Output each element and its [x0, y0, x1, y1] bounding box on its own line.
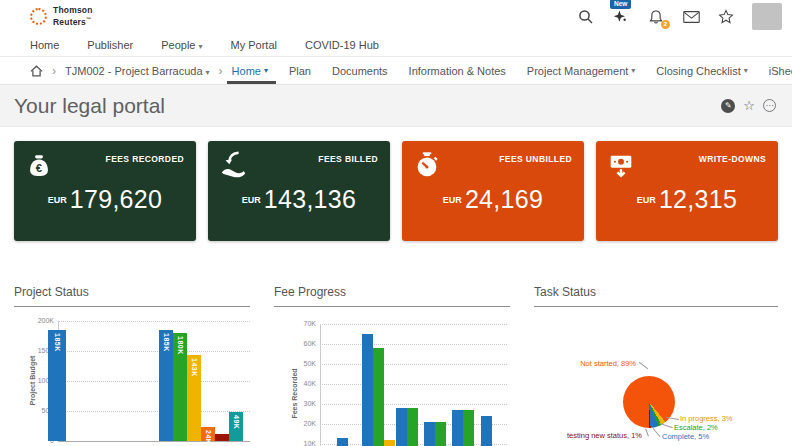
- bar: [396, 408, 407, 446]
- active-tab-underline: [227, 81, 276, 84]
- chevron-down-icon: ▾: [206, 68, 210, 77]
- chevron-down-icon: ▾: [198, 42, 202, 51]
- tab-project-management[interactable]: Project Management▾: [527, 57, 636, 84]
- bar: [215, 434, 229, 441]
- kpi-value: EUR12,315: [596, 185, 778, 214]
- pie-slice-label: Complete, 5%: [662, 432, 709, 441]
- kpi-value: EUR143,136: [208, 185, 390, 214]
- gridline: [58, 351, 250, 352]
- y-axis-title: Fees Recorded: [291, 354, 298, 434]
- gridline: [320, 324, 507, 325]
- bar: 180K: [173, 333, 187, 441]
- money-bag-euro-icon: €: [24, 150, 54, 184]
- breadcrumb: › TJM002 - Project Barracuda▾ › Home▾ Pl…: [0, 56, 792, 85]
- project-status-plot: 050K100K150K200KProject Budget185K185K18…: [14, 285, 250, 446]
- tab-plan[interactable]: Plan: [289, 57, 311, 84]
- bar-value-label: 143K: [191, 358, 198, 377]
- bar: 49K: [229, 412, 243, 441]
- tr-kinesis-icon: [30, 8, 47, 25]
- pie-slice-label: In progress, 3%: [680, 414, 733, 423]
- kpi-card-fees-billed[interactable]: FEES BILLED EUR143,136: [208, 141, 390, 241]
- bar: [362, 334, 373, 446]
- pie-slice-label: Not started, 89%: [534, 359, 636, 368]
- bar: [481, 416, 492, 446]
- pie-leader-line: [639, 362, 648, 370]
- svg-text:€: €: [36, 162, 43, 174]
- gridline: [58, 381, 250, 382]
- thomson-reuters-logo: Thomson Reuters™: [30, 6, 93, 27]
- nav-item-home[interactable]: Home: [30, 39, 59, 51]
- page-title-bar: Your legal portal ✎ ☆ ⋯: [0, 85, 792, 127]
- breadcrumb-project[interactable]: TJM002 - Project Barracuda▾: [65, 65, 210, 77]
- tab-home[interactable]: Home▾: [232, 57, 268, 84]
- primary-nav: Home Publisher People▾ My Portal COVID-1…: [0, 33, 792, 56]
- bar-value-label: 180K: [177, 336, 184, 355]
- pie-leader-line: [659, 423, 673, 428]
- ai-sparkle-icon[interactable]: New: [612, 8, 630, 26]
- kpi-card-write-downs[interactable]: WRITE-DOWNS EUR12,315: [596, 141, 778, 241]
- search-icon[interactable]: [577, 8, 595, 26]
- pie: [623, 376, 675, 428]
- nav-item-covid-hub[interactable]: COVID-19 Hub: [305, 39, 379, 51]
- bar: 185K: [48, 330, 66, 441]
- bar: [452, 410, 463, 446]
- favorite-star-icon[interactable]: ☆: [743, 99, 755, 112]
- y-tick-label: 70K: [290, 320, 316, 327]
- bar-value-label: 24K: [205, 430, 212, 444]
- bar: [373, 348, 384, 446]
- bar-value-label: 49K: [233, 415, 240, 429]
- y-axis-line: [320, 324, 321, 446]
- kpi-value: EUR24,169: [402, 185, 584, 214]
- pie-slice-label: Escalate, 2%: [674, 423, 718, 432]
- chart-project-status: Project Status 050K100K150K200KProject B…: [14, 285, 250, 446]
- nav-item-my-portal[interactable]: My Portal: [230, 39, 276, 51]
- charts-row: Project Status 050K100K150K200KProject B…: [0, 285, 792, 446]
- nav-item-people[interactable]: People▾: [161, 39, 202, 51]
- kpi-label: FEES UNBILLED: [499, 154, 572, 164]
- y-tick-label: 10K: [290, 440, 316, 446]
- favorites-star-icon[interactable]: [717, 8, 735, 26]
- bar-value-label: 185K: [54, 333, 61, 352]
- y-axis-title: Project Budget: [29, 341, 36, 421]
- tab-isheets[interactable]: iSheets: [769, 57, 792, 84]
- messages-envelope-icon[interactable]: [682, 8, 700, 26]
- hand-payment-icon: [218, 150, 248, 184]
- tab-closing-checklist[interactable]: Closing Checklist▾: [656, 57, 747, 84]
- brand-text: Thomson Reuters™: [53, 6, 93, 27]
- kpi-label: FEES RECORDED: [106, 154, 184, 164]
- kpi-row: € FEES RECORDED EUR179,620 FEES BILLED E…: [0, 127, 792, 241]
- chevron-down-icon: ▾: [631, 66, 635, 75]
- bar: [337, 438, 348, 446]
- bar: [435, 422, 446, 446]
- more-options-icon[interactable]: ⋯: [763, 99, 776, 112]
- pie-leader-line: [653, 428, 661, 437]
- y-tick-label: 200K: [28, 317, 54, 324]
- tab-information-notes[interactable]: Information & Notes: [409, 57, 506, 84]
- top-header: Thomson Reuters™ New 2: [0, 0, 792, 33]
- bar: [463, 410, 474, 446]
- banknote-down-icon: [606, 150, 636, 184]
- pie-slice-label: testing new status, 1%: [534, 431, 642, 440]
- gridline: [320, 384, 507, 385]
- new-badge: New: [610, 0, 631, 9]
- kpi-label: FEES BILLED: [318, 154, 378, 164]
- gridline: [58, 321, 250, 322]
- breadcrumb-separator: ›: [52, 64, 56, 78]
- bar: [424, 422, 435, 446]
- kpi-card-fees-recorded[interactable]: € FEES RECORDED EUR179,620: [14, 141, 196, 241]
- page-title: Your legal portal: [14, 94, 165, 118]
- stopwatch-icon: [412, 150, 442, 184]
- notifications-bell-icon[interactable]: 2: [647, 8, 665, 26]
- home-icon[interactable]: [30, 65, 43, 77]
- user-avatar[interactable]: [752, 3, 782, 30]
- notification-count-badge: 2: [661, 20, 670, 29]
- nav-item-publisher[interactable]: Publisher: [87, 39, 133, 51]
- chart-task-status: Task Status Not started, 89%In progress,…: [534, 285, 778, 446]
- pie-leader-line: [645, 429, 649, 437]
- gridline: [58, 411, 250, 412]
- kpi-card-fees-unbilled[interactable]: FEES UNBILLED EUR24,169: [402, 141, 584, 241]
- edit-pencil-icon[interactable]: ✎: [721, 99, 735, 113]
- chevron-down-icon: ▾: [744, 66, 748, 75]
- bar: [384, 440, 395, 446]
- tab-documents[interactable]: Documents: [332, 57, 388, 84]
